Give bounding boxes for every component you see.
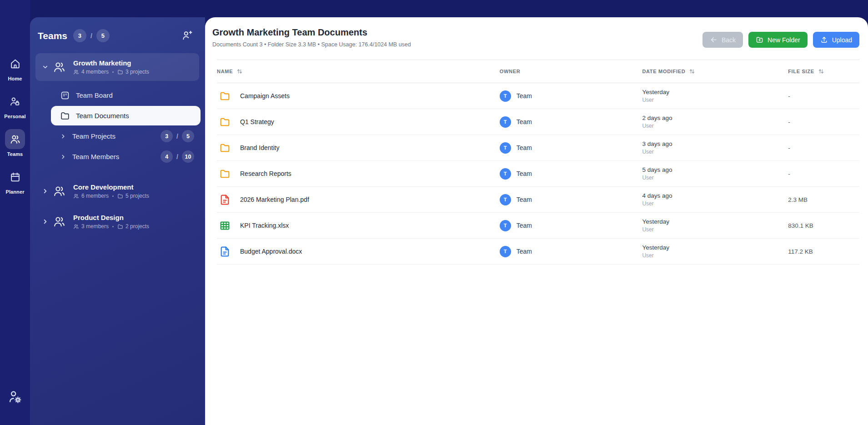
doc-file-icon xyxy=(219,246,231,257)
date-modified: Yesterday xyxy=(642,244,788,251)
main-panel: Growth Marketing Team Documents Document… xyxy=(205,17,868,425)
chevron-right-icon[interactable] xyxy=(42,218,49,225)
upload-button[interactable]: Upload xyxy=(813,32,859,48)
column-label: DATE MODIFIED xyxy=(642,69,685,74)
nav-item-teams[interactable]: Teams xyxy=(5,129,25,157)
sidebar-item-label: Team Members xyxy=(72,153,119,160)
calendar-icon xyxy=(5,167,25,187)
team-item-growth-marketing[interactable]: Growth Marketing 4 members 3 projects xyxy=(35,53,199,81)
teams-count-current: 3 xyxy=(73,29,86,42)
date-modified: 2 days ago xyxy=(642,115,788,121)
team-item-product-design[interactable]: Product Design 3 members 2 projects xyxy=(35,208,199,235)
count-current: 4 xyxy=(161,150,173,163)
nav-item-home[interactable]: Home xyxy=(5,54,25,81)
folder-plus-icon xyxy=(756,36,763,44)
file-size: - xyxy=(788,93,859,100)
team-meta: Core Development 6 members 5 projects xyxy=(73,183,149,199)
team-members-count: 6 members xyxy=(81,193,109,199)
team-item-core-development[interactable]: Core Development 6 members 5 projects xyxy=(35,177,199,205)
table-row[interactable]: Campaign Assets T Team Yesterday User - xyxy=(217,83,859,109)
team-meta: Product Design 3 members 2 projects xyxy=(73,214,149,230)
sidebar-item-label: Team Documents xyxy=(76,112,129,120)
new-folder-button-label: New Folder xyxy=(768,36,800,44)
owner-name: Team xyxy=(517,92,532,100)
column-header-name[interactable]: NAME xyxy=(217,68,500,75)
team-people-icon xyxy=(53,215,66,228)
table-row[interactable]: Budget Approval.docx T Team Yesterday Us… xyxy=(217,239,859,265)
nav-label: Personal xyxy=(4,114,25,119)
header-text: Growth Marketing Team Documents Document… xyxy=(212,27,411,48)
projects-folder-icon xyxy=(117,193,123,199)
chevron-right-icon[interactable] xyxy=(42,188,49,195)
members-icon xyxy=(73,224,79,230)
spreadsheet-file-icon xyxy=(219,220,231,231)
column-header-date-modified[interactable]: DATE MODIFIED xyxy=(642,68,788,75)
sidebar-item-team-projects[interactable]: Team Projects 3 / 5 xyxy=(51,126,201,146)
upload-icon xyxy=(820,36,828,44)
team-meta: Growth Marketing 4 members 3 projects xyxy=(73,59,149,75)
table-row[interactable]: 2026 Marketing Plan.pdf T Team 4 days ag… xyxy=(217,187,859,213)
account-settings-button[interactable] xyxy=(5,387,25,407)
owner-avatar: T xyxy=(500,220,511,231)
date-modified: 4 days ago xyxy=(642,192,788,199)
count-current: 3 xyxy=(161,130,173,142)
chevron-right-icon xyxy=(60,154,66,160)
members-icon xyxy=(73,193,79,199)
members-icon xyxy=(73,69,79,75)
chevron-down-icon[interactable] xyxy=(42,64,49,70)
sort-icon xyxy=(689,68,695,75)
modified-by: User xyxy=(642,97,788,103)
nav-label: Home xyxy=(8,76,22,81)
file-size: - xyxy=(788,170,859,177)
user-settings-icon xyxy=(5,387,25,407)
sidebar-item-team-board[interactable]: Team Board xyxy=(51,85,201,105)
sidebar-item-label: Team Board xyxy=(76,91,113,99)
folder-icon xyxy=(219,116,231,128)
owner-name: Team xyxy=(517,248,532,255)
pdf-file-icon xyxy=(219,194,231,205)
column-header-file-size[interactable]: FILE SIZE xyxy=(788,68,859,75)
file-name: KPI Tracking.xlsx xyxy=(240,222,289,229)
team-stats: 3 members 2 projects xyxy=(73,223,149,230)
owner-name: Team xyxy=(517,196,532,203)
owner-name: Team xyxy=(517,170,532,177)
owner-name: Team xyxy=(517,144,532,151)
table-row[interactable]: Research Reports T Team 5 days ago User … xyxy=(217,161,859,187)
date-modified: Yesterday xyxy=(642,89,788,95)
add-team-button[interactable] xyxy=(181,29,193,42)
count-total: 10 xyxy=(182,150,194,163)
modified-by: User xyxy=(642,175,788,181)
table-row[interactable]: Brand Identity T Team 3 days ago User - xyxy=(217,135,859,161)
sidebar-item-team-members[interactable]: Team Members 4 / 10 xyxy=(51,147,201,166)
file-size: 830.1 KB xyxy=(788,222,859,229)
date-modified: Yesterday xyxy=(642,218,788,225)
back-button-label: Back xyxy=(722,36,736,44)
team-name: Growth Marketing xyxy=(73,59,149,67)
column-header-owner[interactable]: OWNER xyxy=(500,69,642,74)
nav-item-planner[interactable]: Planner xyxy=(5,167,25,195)
file-name: Budget Approval.docx xyxy=(240,248,302,255)
column-label: FILE SIZE xyxy=(788,69,814,74)
person-plus-icon xyxy=(181,35,193,42)
sidebar-item-team-documents[interactable]: Team Documents xyxy=(51,106,201,125)
table-row[interactable]: Q1 Strategy T Team 2 days ago User - xyxy=(217,109,859,135)
team-projects-count: 5 projects xyxy=(125,193,149,199)
projects-count: 3 / 5 xyxy=(161,130,194,142)
team-stats: 4 members 3 projects xyxy=(73,69,149,75)
column-label: OWNER xyxy=(500,69,521,74)
sidebar-item-label: Team Projects xyxy=(72,132,115,140)
team-members-count: 3 members xyxy=(81,223,109,230)
dot-separator xyxy=(112,226,114,227)
team-projects-count: 2 projects xyxy=(125,223,149,230)
home-icon xyxy=(5,54,25,74)
new-folder-button[interactable]: New Folder xyxy=(748,32,808,48)
back-button[interactable]: Back xyxy=(702,32,743,48)
modified-by: User xyxy=(642,252,788,259)
kanban-icon xyxy=(60,90,70,100)
nav-item-personal[interactable]: Personal xyxy=(4,91,25,119)
nav-rail: Home Personal Teams Planner xyxy=(0,0,30,425)
file-size: 2.3 MB xyxy=(788,196,859,203)
table-row[interactable]: KPI Tracking.xlsx T Team Yesterday User … xyxy=(217,213,859,239)
projects-folder-icon xyxy=(117,69,123,75)
owner-avatar: T xyxy=(500,194,511,205)
